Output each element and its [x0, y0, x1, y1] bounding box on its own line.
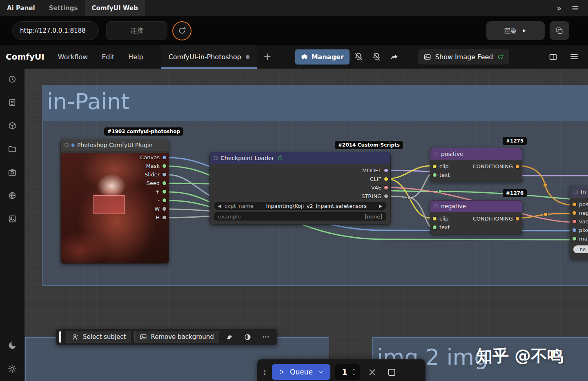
remove-background-button[interactable]: Remove background	[134, 331, 219, 343]
input-slot[interactable]: posi	[570, 200, 588, 209]
toggle-panel-button[interactable]	[544, 49, 562, 65]
more-options-button[interactable]	[258, 330, 273, 343]
node-header[interactable]: positive	[430, 148, 522, 160]
node-header[interactable]: negative	[430, 201, 522, 212]
combo-left-arrow-icon[interactable]: ◀	[218, 204, 221, 208]
port-dot[interactable]	[572, 220, 576, 223]
port-dot[interactable]	[163, 190, 166, 194]
tab-settings[interactable]: Settings	[42, 0, 85, 16]
port-dot[interactable]	[516, 165, 519, 168]
sidebar-node-library-button[interactable]	[4, 94, 20, 111]
output-slot[interactable]: MODEL	[361, 166, 390, 175]
node-widget-pill[interactable]: no	[573, 245, 588, 253]
show-image-feed-button[interactable]: Show Image Feed	[418, 49, 510, 65]
layers-button[interactable]	[550, 21, 569, 40]
port-dot[interactable]	[572, 203, 576, 206]
taskbar-drag-handle[interactable]	[59, 331, 61, 343]
output-slot[interactable]: Canvas	[140, 153, 169, 162]
chevron-down-icon[interactable]	[352, 373, 356, 377]
port-dot[interactable]	[384, 177, 388, 181]
batch-count-stepper[interactable]: 1	[335, 364, 360, 380]
queue-button[interactable]: Queue	[272, 364, 330, 380]
output-slot[interactable]: Seed	[140, 179, 169, 187]
sidebar-capture-button[interactable]	[4, 164, 20, 180]
port-dot[interactable]	[433, 173, 437, 177]
node-positive-prompt[interactable]: positive clip CONDITIONING text	[430, 148, 522, 182]
menu-help[interactable]: Help	[121, 45, 150, 69]
output-slot[interactable]: -	[140, 196, 169, 205]
output-slot[interactable]: H	[140, 213, 169, 222]
port-dot[interactable]	[384, 186, 388, 189]
theme-toggle-button[interactable]	[4, 337, 20, 354]
menu-workflow[interactable]: Workflow	[51, 45, 95, 69]
select-subject-button[interactable]: Select subject	[67, 331, 131, 343]
collapse-dot-icon[interactable]	[574, 190, 578, 194]
port-dot[interactable]	[163, 164, 166, 168]
tab-ai-panel[interactable]: Ai Panel	[0, 0, 42, 16]
output-slot[interactable]: VAE	[361, 183, 390, 192]
refresh-connection-button[interactable]	[172, 21, 192, 40]
mute-sounds-button[interactable]	[368, 49, 385, 65]
new-workflow-button[interactable]: +	[257, 51, 278, 62]
collapse-panel-icon[interactable]: »	[557, 4, 561, 13]
sidebar-model-library-button[interactable]	[4, 118, 20, 134]
example-text-widget[interactable]: example [none]	[214, 212, 386, 221]
server-url-input[interactable]	[12, 21, 99, 40]
adjust-contrast-button[interactable]	[241, 330, 255, 343]
port-dot[interactable]	[163, 207, 166, 211]
stop-button[interactable]	[388, 369, 395, 376]
output-slot[interactable]: CLIP	[361, 175, 390, 183]
workflow-tab[interactable]: ComfyUI-in-Photoshop	[161, 45, 257, 69]
collapse-dot-icon[interactable]	[434, 152, 438, 156]
port-dot[interactable]	[384, 194, 388, 198]
port-dot[interactable]	[516, 217, 519, 221]
port-dot[interactable]	[572, 228, 576, 232]
port-dot[interactable]	[163, 198, 166, 202]
port-dot[interactable]	[163, 156, 166, 159]
output-slot[interactable]: W	[140, 205, 169, 213]
input-slot[interactable]: vae	[570, 217, 588, 226]
port-dot[interactable]	[163, 181, 166, 185]
node-canvas[interactable]: in-Paint img 2 img	[24, 69, 588, 381]
chevron-down-icon[interactable]	[318, 369, 324, 375]
quick-actions-button[interactable]	[223, 330, 237, 343]
sidebar-community-button[interactable]	[4, 187, 20, 204]
port-dot[interactable]	[433, 165, 437, 168]
menu-edit[interactable]: Edit	[95, 45, 121, 69]
node-inpaint-partial[interactable]: In posi nega vae pixel mas no	[570, 186, 588, 259]
clear-queue-button[interactable]: ×	[365, 367, 380, 377]
manager-button[interactable]: Manager	[295, 49, 350, 65]
port-dot[interactable]	[433, 225, 437, 229]
collapse-dot-icon[interactable]	[214, 156, 218, 160]
ckpt-name-combo-widget[interactable]: ◀ ckpt_name Inpainting\Koji_v2_Inpaint.s…	[214, 202, 386, 210]
input-slot[interactable]: pixel	[570, 226, 588, 234]
node-negative-prompt[interactable]: negative clip CONDITIONING text	[430, 200, 522, 234]
output-slot[interactable]: Slider	[140, 170, 169, 179]
port-dot[interactable]	[163, 173, 166, 176]
node-checkpoint-loader[interactable]: Checkpoint Loader MODEL CLIP VAE STRING …	[209, 152, 391, 225]
input-slot[interactable]: nega	[570, 209, 588, 217]
main-menu-button[interactable]	[565, 49, 583, 65]
port-dot[interactable]	[572, 237, 576, 241]
node-photoshop-plugin[interactable]: Photoshop ComfyUI Plugin Canvas Mask Sli…	[60, 139, 169, 264]
chevron-up-icon[interactable]	[352, 368, 356, 371]
connect-button[interactable]: 连接	[106, 21, 167, 40]
combo-right-arrow-icon[interactable]: ▶	[379, 204, 382, 208]
collapse-dot-icon[interactable]	[434, 204, 438, 208]
queue-drag-handle[interactable]: :	[262, 367, 267, 377]
port-dot[interactable]	[384, 169, 388, 172]
output-slot[interactable]: +	[140, 187, 169, 196]
panel-menu-button[interactable]	[569, 0, 581, 16]
node-header[interactable]: Photoshop ComfyUI Plugin	[61, 139, 169, 151]
sidebar-gallery-button[interactable]	[4, 211, 20, 227]
input-slot[interactable]: mas	[570, 234, 588, 243]
output-slot[interactable]: STRING	[361, 192, 390, 201]
sidebar-workflows-button[interactable]	[4, 141, 20, 157]
share-button[interactable]	[385, 49, 403, 65]
sidebar-history-button[interactable]	[4, 71, 20, 87]
mute-notifications-button[interactable]	[350, 49, 368, 65]
settings-button[interactable]	[4, 361, 20, 377]
collapse-dot-icon[interactable]	[65, 143, 69, 147]
port-dot[interactable]	[433, 217, 437, 221]
render-button[interactable]: 渲染	[486, 21, 545, 40]
